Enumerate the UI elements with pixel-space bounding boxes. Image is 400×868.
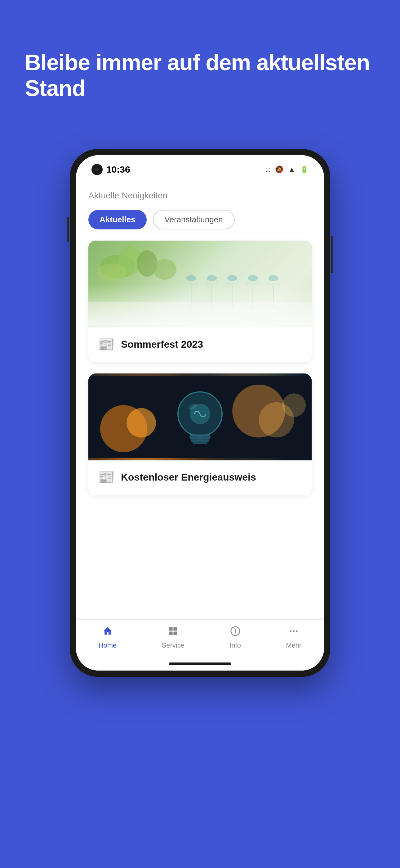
filter-tabs: Aktuelles Veranstaltungen (88, 210, 312, 229)
status-time: 10:36 (106, 164, 130, 175)
nav-item-mehr[interactable]: Mehr (286, 626, 301, 649)
home-icon (102, 626, 113, 639)
document-icon-energy: 📰 (98, 469, 115, 485)
nav-item-home[interactable]: Home (99, 626, 117, 649)
card-sommerfest[interactable]: 📰 Sommerfest 2023 (88, 241, 312, 362)
svg-point-9 (248, 275, 258, 281)
nav-label-service: Service (162, 641, 185, 649)
hero-title: Bleibe immer auf dem aktuellsten Stand (25, 50, 375, 101)
bluetooth-icon: ⍾ (266, 165, 270, 174)
svg-point-2 (97, 264, 127, 281)
nav-item-info[interactable]: Info (229, 626, 241, 649)
info-icon (230, 626, 241, 639)
phone-frame: 10:36 ⍾ 🔕 ▲ 🔋 Aktuelle Neuigkeiten Aktue… (70, 149, 330, 677)
svg-rect-5 (88, 302, 312, 326)
nav-label-home: Home (99, 641, 117, 649)
bottom-nav: Home Service Info (76, 619, 324, 659)
svg-point-10 (269, 275, 278, 281)
card-title-sommerfest: Sommerfest 2023 (121, 339, 203, 350)
nav-label-mehr: Mehr (286, 641, 301, 649)
tab-veranstaltungen[interactable]: Veranstaltungen (153, 210, 235, 229)
svg-point-8 (227, 275, 237, 281)
home-indicator (76, 659, 324, 671)
card-energieausweis[interactable]: 📰 Kostenloser Energieausweis (88, 373, 312, 495)
service-icon (168, 626, 178, 639)
bell-off-icon: 🔕 (275, 165, 284, 174)
tab-aktuelles[interactable]: Aktuelles (88, 210, 147, 229)
status-left: 10:36 (92, 164, 130, 175)
nav-label-info: Info (229, 641, 241, 649)
svg-point-16 (282, 393, 306, 417)
card-title-energy: Kostenloser Energieausweis (121, 471, 256, 483)
status-bar: 10:36 ⍾ 🔕 ▲ 🔋 (76, 155, 324, 178)
phone-screen: 10:36 ⍾ 🔕 ▲ 🔋 Aktuelle Neuigkeiten Aktue… (76, 155, 324, 671)
mehr-icon (288, 626, 299, 639)
card-image-energy (88, 373, 312, 460)
card-image-sommerfest (88, 241, 312, 328)
section-title: Aktuelle Neuigkeiten (88, 191, 312, 200)
card-body-sommerfest: 📰 Sommerfest 2023 (88, 328, 312, 362)
scroll-content: Aktuelle Neuigkeiten Aktuelles Veranstal… (76, 178, 324, 619)
svg-point-13 (127, 408, 156, 438)
svg-point-29 (296, 630, 298, 632)
battery-icon: 🔋 (300, 165, 308, 174)
card-body-energy: 📰 Kostenloser Energieausweis (88, 460, 312, 495)
home-bar (169, 662, 231, 665)
svg-rect-22 (193, 441, 207, 444)
svg-point-4 (153, 259, 176, 279)
status-right: ⍾ 🔕 ▲ 🔋 (266, 165, 308, 174)
svg-point-7 (207, 275, 217, 281)
svg-point-28 (293, 630, 295, 632)
document-icon-sommerfest: 📰 (98, 336, 115, 352)
nav-item-service[interactable]: Service (162, 626, 185, 649)
camera-icon (92, 164, 103, 175)
svg-point-6 (186, 275, 196, 281)
svg-point-27 (290, 630, 292, 632)
wifi-icon: ▲ (288, 165, 295, 174)
